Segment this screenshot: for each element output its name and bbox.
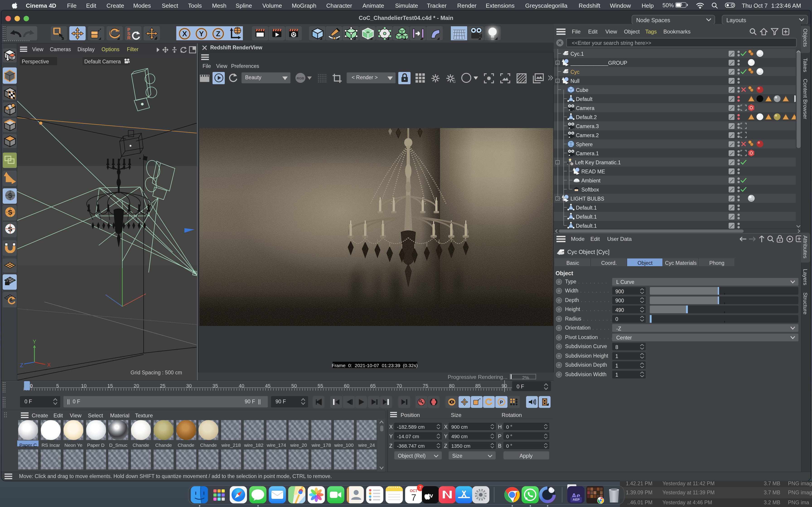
svg-text:RGB: RGB xyxy=(297,76,304,80)
svg-text:Z: Z xyxy=(20,362,23,368)
svg-text:S: S xyxy=(8,209,12,216)
svg-text:G: G xyxy=(453,79,455,83)
svg-text:X: X xyxy=(47,362,51,368)
svg-text:S: S xyxy=(8,225,12,233)
svg-text:Y: Y xyxy=(33,339,36,345)
svg-text:S: S xyxy=(8,192,12,199)
svg-text:Z: Z xyxy=(216,30,220,38)
svg-text:X: X xyxy=(182,30,187,38)
svg-text:7: 7 xyxy=(411,493,416,502)
svg-text:P: P xyxy=(500,399,503,404)
svg-text:OCT: OCT xyxy=(410,489,417,493)
svg-text:Y: Y xyxy=(199,30,204,38)
